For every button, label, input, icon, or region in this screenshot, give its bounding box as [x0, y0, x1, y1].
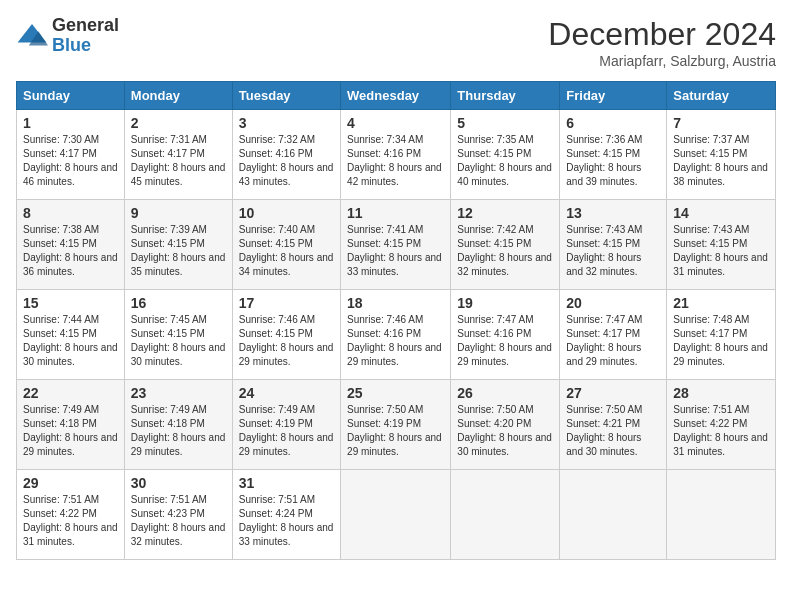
- day-number: 29: [23, 475, 118, 491]
- calendar-cell: 24 Sunrise: 7:49 AMSunset: 4:19 PMDaylig…: [232, 380, 340, 470]
- calendar-cell: 25 Sunrise: 7:50 AMSunset: 4:19 PMDaylig…: [341, 380, 451, 470]
- calendar-cell: 9 Sunrise: 7:39 AMSunset: 4:15 PMDayligh…: [124, 200, 232, 290]
- calendar-cell: 30 Sunrise: 7:51 AMSunset: 4:23 PMDaylig…: [124, 470, 232, 560]
- weekday-header-tuesday: Tuesday: [232, 82, 340, 110]
- calendar-cell: 5 Sunrise: 7:35 AMSunset: 4:15 PMDayligh…: [451, 110, 560, 200]
- calendar-cell: 20 Sunrise: 7:47 AMSunset: 4:17 PMDaylig…: [560, 290, 667, 380]
- calendar-cell: 7 Sunrise: 7:37 AMSunset: 4:15 PMDayligh…: [667, 110, 776, 200]
- cell-info: Sunrise: 7:34 AMSunset: 4:16 PMDaylight:…: [347, 133, 444, 189]
- cell-info: Sunrise: 7:37 AMSunset: 4:15 PMDaylight:…: [673, 133, 769, 189]
- day-number: 18: [347, 295, 444, 311]
- cell-info: Sunrise: 7:36 AMSunset: 4:15 PMDaylight:…: [566, 133, 660, 189]
- cell-info: Sunrise: 7:47 AMSunset: 4:17 PMDaylight:…: [566, 313, 660, 369]
- day-number: 25: [347, 385, 444, 401]
- calendar-cell: 28 Sunrise: 7:51 AMSunset: 4:22 PMDaylig…: [667, 380, 776, 470]
- calendar-cell: 22 Sunrise: 7:49 AMSunset: 4:18 PMDaylig…: [17, 380, 125, 470]
- day-number: 13: [566, 205, 660, 221]
- calendar-cell: [451, 470, 560, 560]
- cell-info: Sunrise: 7:51 AMSunset: 4:22 PMDaylight:…: [23, 493, 118, 549]
- cell-info: Sunrise: 7:51 AMSunset: 4:23 PMDaylight:…: [131, 493, 226, 549]
- weekday-header-wednesday: Wednesday: [341, 82, 451, 110]
- calendar-week-5: 29 Sunrise: 7:51 AMSunset: 4:22 PMDaylig…: [17, 470, 776, 560]
- day-number: 30: [131, 475, 226, 491]
- cell-info: Sunrise: 7:51 AMSunset: 4:24 PMDaylight:…: [239, 493, 334, 549]
- cell-info: Sunrise: 7:47 AMSunset: 4:16 PMDaylight:…: [457, 313, 553, 369]
- calendar-cell: 8 Sunrise: 7:38 AMSunset: 4:15 PMDayligh…: [17, 200, 125, 290]
- day-number: 15: [23, 295, 118, 311]
- calendar-cell: 3 Sunrise: 7:32 AMSunset: 4:16 PMDayligh…: [232, 110, 340, 200]
- cell-info: Sunrise: 7:44 AMSunset: 4:15 PMDaylight:…: [23, 313, 118, 369]
- day-number: 31: [239, 475, 334, 491]
- cell-info: Sunrise: 7:30 AMSunset: 4:17 PMDaylight:…: [23, 133, 118, 189]
- calendar-cell: 26 Sunrise: 7:50 AMSunset: 4:20 PMDaylig…: [451, 380, 560, 470]
- calendar-cell: 18 Sunrise: 7:46 AMSunset: 4:16 PMDaylig…: [341, 290, 451, 380]
- calendar-week-2: 8 Sunrise: 7:38 AMSunset: 4:15 PMDayligh…: [17, 200, 776, 290]
- calendar-cell: 12 Sunrise: 7:42 AMSunset: 4:15 PMDaylig…: [451, 200, 560, 290]
- month-year-title: December 2024: [548, 16, 776, 53]
- cell-info: Sunrise: 7:35 AMSunset: 4:15 PMDaylight:…: [457, 133, 553, 189]
- calendar-cell: 2 Sunrise: 7:31 AMSunset: 4:17 PMDayligh…: [124, 110, 232, 200]
- day-number: 9: [131, 205, 226, 221]
- title-block: December 2024 Mariapfarr, Salzburg, Aust…: [548, 16, 776, 69]
- cell-info: Sunrise: 7:38 AMSunset: 4:15 PMDaylight:…: [23, 223, 118, 279]
- calendar-cell: 17 Sunrise: 7:46 AMSunset: 4:15 PMDaylig…: [232, 290, 340, 380]
- cell-info: Sunrise: 7:48 AMSunset: 4:17 PMDaylight:…: [673, 313, 769, 369]
- cell-info: Sunrise: 7:43 AMSunset: 4:15 PMDaylight:…: [566, 223, 660, 279]
- calendar-cell: 11 Sunrise: 7:41 AMSunset: 4:15 PMDaylig…: [341, 200, 451, 290]
- day-number: 10: [239, 205, 334, 221]
- logo-icon: [16, 20, 48, 52]
- logo-general-text: General: [52, 16, 119, 36]
- calendar-cell: [560, 470, 667, 560]
- calendar-cell: 15 Sunrise: 7:44 AMSunset: 4:15 PMDaylig…: [17, 290, 125, 380]
- calendar-cell: 1 Sunrise: 7:30 AMSunset: 4:17 PMDayligh…: [17, 110, 125, 200]
- day-number: 23: [131, 385, 226, 401]
- cell-info: Sunrise: 7:39 AMSunset: 4:15 PMDaylight:…: [131, 223, 226, 279]
- calendar-cell: 10 Sunrise: 7:40 AMSunset: 4:15 PMDaylig…: [232, 200, 340, 290]
- day-number: 1: [23, 115, 118, 131]
- day-number: 6: [566, 115, 660, 131]
- calendar-week-4: 22 Sunrise: 7:49 AMSunset: 4:18 PMDaylig…: [17, 380, 776, 470]
- cell-info: Sunrise: 7:50 AMSunset: 4:21 PMDaylight:…: [566, 403, 660, 459]
- calendar-cell: [341, 470, 451, 560]
- day-number: 2: [131, 115, 226, 131]
- weekday-header-row: SundayMondayTuesdayWednesdayThursdayFrid…: [17, 82, 776, 110]
- calendar-cell: 19 Sunrise: 7:47 AMSunset: 4:16 PMDaylig…: [451, 290, 560, 380]
- calendar-cell: 4 Sunrise: 7:34 AMSunset: 4:16 PMDayligh…: [341, 110, 451, 200]
- calendar-week-3: 15 Sunrise: 7:44 AMSunset: 4:15 PMDaylig…: [17, 290, 776, 380]
- calendar-cell: 29 Sunrise: 7:51 AMSunset: 4:22 PMDaylig…: [17, 470, 125, 560]
- day-number: 16: [131, 295, 226, 311]
- calendar-cell: 6 Sunrise: 7:36 AMSunset: 4:15 PMDayligh…: [560, 110, 667, 200]
- logo: General Blue: [16, 16, 119, 56]
- calendar-cell: 13 Sunrise: 7:43 AMSunset: 4:15 PMDaylig…: [560, 200, 667, 290]
- cell-info: Sunrise: 7:46 AMSunset: 4:16 PMDaylight:…: [347, 313, 444, 369]
- cell-info: Sunrise: 7:41 AMSunset: 4:15 PMDaylight:…: [347, 223, 444, 279]
- weekday-header-thursday: Thursday: [451, 82, 560, 110]
- calendar-table: SundayMondayTuesdayWednesdayThursdayFrid…: [16, 81, 776, 560]
- cell-info: Sunrise: 7:32 AMSunset: 4:16 PMDaylight:…: [239, 133, 334, 189]
- cell-info: Sunrise: 7:49 AMSunset: 4:18 PMDaylight:…: [23, 403, 118, 459]
- calendar-cell: 21 Sunrise: 7:48 AMSunset: 4:17 PMDaylig…: [667, 290, 776, 380]
- day-number: 14: [673, 205, 769, 221]
- calendar-cell: [667, 470, 776, 560]
- cell-info: Sunrise: 7:46 AMSunset: 4:15 PMDaylight:…: [239, 313, 334, 369]
- day-number: 12: [457, 205, 553, 221]
- day-number: 24: [239, 385, 334, 401]
- weekday-header-saturday: Saturday: [667, 82, 776, 110]
- cell-info: Sunrise: 7:49 AMSunset: 4:18 PMDaylight:…: [131, 403, 226, 459]
- weekday-header-sunday: Sunday: [17, 82, 125, 110]
- calendar-cell: 14 Sunrise: 7:43 AMSunset: 4:15 PMDaylig…: [667, 200, 776, 290]
- day-number: 3: [239, 115, 334, 131]
- day-number: 27: [566, 385, 660, 401]
- day-number: 4: [347, 115, 444, 131]
- day-number: 22: [23, 385, 118, 401]
- calendar-cell: 31 Sunrise: 7:51 AMSunset: 4:24 PMDaylig…: [232, 470, 340, 560]
- calendar-cell: 23 Sunrise: 7:49 AMSunset: 4:18 PMDaylig…: [124, 380, 232, 470]
- day-number: 20: [566, 295, 660, 311]
- cell-info: Sunrise: 7:50 AMSunset: 4:20 PMDaylight:…: [457, 403, 553, 459]
- logo-blue-text: Blue: [52, 36, 119, 56]
- day-number: 7: [673, 115, 769, 131]
- cell-info: Sunrise: 7:50 AMSunset: 4:19 PMDaylight:…: [347, 403, 444, 459]
- day-number: 17: [239, 295, 334, 311]
- cell-info: Sunrise: 7:51 AMSunset: 4:22 PMDaylight:…: [673, 403, 769, 459]
- weekday-header-friday: Friday: [560, 82, 667, 110]
